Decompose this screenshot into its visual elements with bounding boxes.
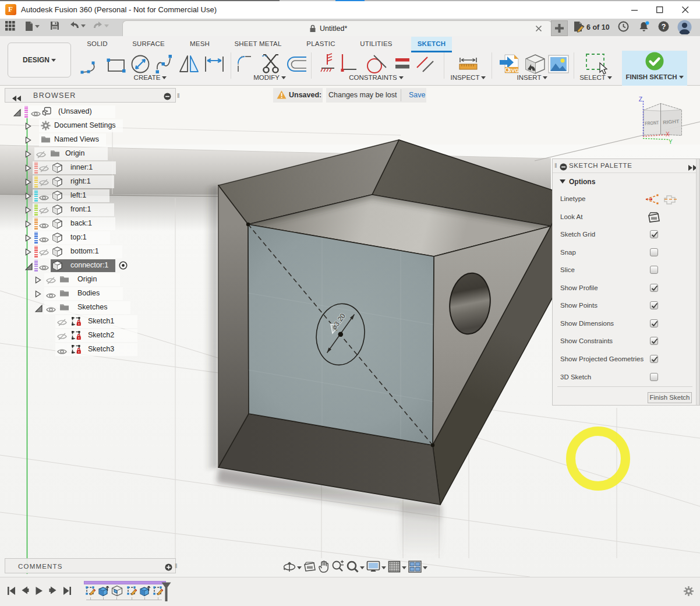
timeline-playhead[interactable]: [161, 582, 171, 604]
browser-row-document-settings[interactable]: Document Settings: [0, 119, 186, 132]
ribbon-tab-mesh[interactable]: MESH: [182, 37, 217, 51]
browser-row-top-1[interactable]: top:1: [0, 231, 186, 244]
expander-closed-icon[interactable]: [35, 290, 41, 300]
visibility-eye-off-icon[interactable]: [39, 178, 49, 189]
finish-sketch-palette-button[interactable]: Finish Sketch: [648, 392, 692, 403]
checkbox-show-dimensions[interactable]: [650, 319, 658, 327]
checkbox-show-points[interactable]: [650, 301, 658, 309]
timeline-play-button[interactable]: [35, 586, 43, 598]
component-color-bar[interactable]: [34, 190, 38, 202]
constraint-coincident-tool-icon[interactable]: [340, 53, 358, 76]
nav-lookat-nav-button[interactable]: [303, 562, 316, 572]
constraint-tangent-tool-icon[interactable]: [365, 54, 387, 76]
browser-row-sketch1[interactable]: Sketch1: [0, 315, 186, 328]
visibility-eye-icon[interactable]: [39, 193, 49, 203]
browser-row-bottom-1[interactable]: bottom:1: [0, 245, 186, 258]
nav-pan-button[interactable]: [318, 560, 330, 573]
file-menu-button[interactable]: [24, 21, 37, 34]
options-section-header[interactable]: Options: [560, 178, 595, 186]
checkbox-show-profile[interactable]: [650, 284, 658, 292]
timeline-settings-gear-icon[interactable]: [684, 586, 694, 598]
ribbon-tab-sketch[interactable]: SKETCH: [411, 37, 452, 52]
insert-canvas-tool-icon[interactable]: [547, 54, 570, 76]
expander-closed-icon[interactable]: [35, 276, 41, 286]
expander-closed-icon[interactable]: [25, 248, 31, 258]
visibility-eye-icon[interactable]: [39, 221, 49, 231]
expander-closed-icon[interactable]: [25, 150, 31, 160]
checkbox-3d-sketch[interactable]: [650, 373, 658, 381]
palette-scrollbar[interactable]: [696, 159, 699, 405]
checkbox-show-constraints[interactable]: [650, 337, 658, 345]
checkbox-slice[interactable]: [650, 266, 658, 274]
select-tool-icon[interactable]: [585, 52, 609, 77]
nav-viewports-button[interactable]: [408, 561, 427, 573]
finish-sketch-button[interactable]: FINISH SKETCH: [622, 51, 687, 86]
browser-row-named-views[interactable]: Named Views: [0, 133, 186, 146]
redo-button[interactable]: [92, 21, 105, 34]
visibility-eye-off-icon[interactable]: [39, 206, 49, 217]
modify-fillet-tool-icon[interactable]: [236, 53, 259, 76]
visibility-eye-off-icon[interactable]: [57, 318, 67, 329]
browser-row-origin[interactable]: Origin: [0, 273, 186, 286]
undo-button[interactable]: [69, 21, 82, 34]
browser-row-left-1[interactable]: left:1: [0, 189, 186, 202]
group-menu-select[interactable]: SELECT: [561, 74, 631, 81]
nav-grid-settings-button[interactable]: [388, 561, 406, 573]
visibility-eye-icon[interactable]: [57, 347, 67, 357]
checkbox-show-projected-geometries[interactable]: [650, 355, 658, 363]
job-status-button[interactable]: [573, 21, 586, 35]
component-color-bar[interactable]: [34, 176, 38, 188]
expander-closed-icon[interactable]: [25, 220, 31, 230]
modify-trim-tool-icon[interactable]: [261, 52, 281, 77]
palette-drag-handle[interactable]: ‖: [554, 162, 557, 169]
checkbox-sketch-grid[interactable]: [650, 230, 658, 238]
group-menu-constraints[interactable]: CONSTRAINTS: [341, 74, 411, 81]
ribbon-tab-sheet-metal[interactable]: SHEET METAL: [230, 37, 286, 51]
visibility-eye-icon[interactable]: [46, 305, 56, 315]
centerline-linetype-icon[interactable]: [664, 194, 678, 207]
workspace-selector[interactable]: DESIGN: [8, 43, 71, 77]
timeline-feature-extrude-2[interactable]: [98, 585, 109, 597]
component-color-bar[interactable]: [34, 232, 38, 244]
expander-open-icon[interactable]: [35, 304, 43, 315]
create-circle-tool-icon[interactable]: [129, 54, 151, 77]
browser-row-sketch2[interactable]: Sketch2: [0, 329, 186, 342]
notifications-icon[interactable]: [638, 21, 650, 35]
expander-open-icon[interactable]: [13, 108, 21, 119]
modify-offset-tool-icon[interactable]: [284, 54, 307, 76]
timeline-go-to-start-button[interactable]: [7, 586, 16, 598]
timeline-feature-sketch-1[interactable]: [85, 585, 96, 597]
visibility-eye-icon[interactable]: [46, 291, 56, 301]
insert-mesh-tool-icon[interactable]: [524, 54, 547, 77]
browser-row-front-1[interactable]: front:1: [0, 203, 186, 216]
sketch-palette-header[interactable]: ‖ SKETCH PALETTE: [553, 159, 699, 173]
browser-resize-handle[interactable]: ‖: [177, 92, 180, 99]
browser-row--unsaved-[interactable]: (Unsaved): [0, 105, 186, 118]
new-tab-button[interactable]: [551, 20, 568, 36]
browser-row-inner-1[interactable]: inner:1: [0, 161, 186, 174]
component-color-bar[interactable]: [34, 204, 38, 216]
constraint-equal-tool-icon[interactable]: [395, 57, 410, 72]
nav-zoom-button[interactable]: [331, 560, 344, 573]
viewport-3d[interactable]: ⌀3.20FRONTRIGHTZXY BROWSER ‖ (Unsaved)Do…: [0, 86, 700, 577]
visibility-eye-off-icon[interactable]: [39, 164, 49, 175]
ribbon-tab-utilities[interactable]: UTILITIES: [353, 37, 399, 51]
constraint-fixed-tool-icon[interactable]: [320, 53, 337, 76]
look-at-icon[interactable]: [648, 212, 660, 225]
component-color-bar[interactable]: [34, 162, 38, 174]
timeline-step-forward-button[interactable]: [49, 586, 57, 597]
group-menu-insert[interactable]: INSERT: [497, 74, 567, 81]
constraint-parallel-tool-icon[interactable]: [416, 55, 434, 76]
browser-row-right-1[interactable]: right:1: [0, 175, 186, 188]
browser-row-sketch3[interactable]: Sketch3: [0, 343, 186, 356]
timeline-go-to-end-button[interactable]: [63, 586, 72, 598]
expander-closed-icon[interactable]: [25, 178, 31, 188]
browser-minus-icon[interactable]: [164, 92, 171, 103]
maximize-button[interactable]: [647, 1, 673, 19]
group-menu-inspect[interactable]: INSPECT: [433, 74, 503, 81]
ribbon-tab-plastic[interactable]: PLASTIC: [300, 37, 341, 51]
nav-orbit-button[interactable]: [283, 560, 302, 573]
ribbon-tab-surface[interactable]: SURFACE: [126, 37, 171, 51]
app-grid-icon[interactable]: [5, 21, 18, 34]
visibility-eye-off-icon[interactable]: [36, 150, 46, 161]
